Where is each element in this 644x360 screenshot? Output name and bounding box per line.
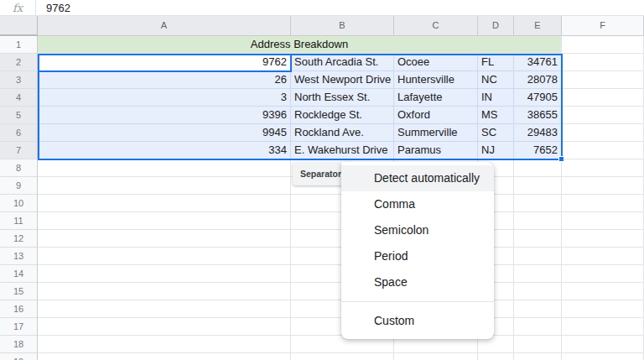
- cell-D4[interactable]: IN: [478, 89, 514, 107]
- menu-item-comma[interactable]: Comma: [341, 191, 494, 217]
- cell-A13[interactable]: [38, 248, 291, 265]
- cell-B4[interactable]: North Essex St.: [291, 89, 394, 107]
- cell-C4[interactable]: Lafayette: [394, 89, 478, 107]
- cell-A15[interactable]: [38, 283, 291, 300]
- cell-E4[interactable]: 47905: [514, 89, 562, 107]
- cell-A17[interactable]: [38, 318, 291, 336]
- cell-B3[interactable]: West Newport Drive: [291, 71, 394, 89]
- cell-F12[interactable]: [562, 230, 644, 248]
- cell-E8[interactable]: [514, 159, 562, 177]
- cell-E15[interactable]: [514, 283, 562, 300]
- cell-C7[interactable]: Paramus: [394, 142, 478, 159]
- cell-D6[interactable]: SC: [478, 124, 514, 142]
- column-header-f[interactable]: F: [562, 16, 644, 36]
- row-header-2[interactable]: 2: [0, 54, 38, 71]
- cell-E6[interactable]: 29483: [514, 124, 562, 142]
- cell-F8[interactable]: [562, 159, 644, 177]
- cell-C5[interactable]: Oxford: [394, 107, 478, 124]
- cell-A6[interactable]: 9945: [38, 124, 291, 142]
- menu-item-space[interactable]: Space: [341, 269, 494, 295]
- cell-C3[interactable]: Huntersville: [394, 71, 478, 89]
- cell-E2[interactable]: 34761: [514, 54, 562, 71]
- column-header-b[interactable]: B: [291, 16, 394, 36]
- row-header-16[interactable]: 16: [0, 300, 38, 318]
- cell-F2[interactable]: [562, 54, 644, 71]
- cell-A10[interactable]: [38, 195, 291, 212]
- cell-F15[interactable]: [562, 283, 644, 300]
- cell-F6[interactable]: [562, 124, 644, 142]
- cell-A11[interactable]: [38, 212, 291, 230]
- cell-C2[interactable]: Ocoee: [394, 54, 478, 71]
- menu-item-custom[interactable]: Custom: [341, 308, 494, 334]
- menu-item-period[interactable]: Period: [341, 243, 494, 269]
- menu-item-detect-automatically[interactable]: Detect automatically: [341, 165, 494, 191]
- cell-A19[interactable]: [38, 353, 291, 360]
- cell-E13[interactable]: [514, 248, 562, 265]
- row-header-19[interactable]: 19: [0, 353, 38, 360]
- cell-F19[interactable]: [562, 353, 644, 360]
- cell-E3[interactable]: 28078: [514, 71, 562, 89]
- row-header-5[interactable]: 5: [0, 107, 38, 124]
- merged-title-cell[interactable]: Address Breakdown: [38, 36, 562, 54]
- cell-A9[interactable]: [38, 177, 291, 195]
- row-header-8[interactable]: 8: [0, 159, 38, 177]
- cell-C6[interactable]: Summerville: [394, 124, 478, 142]
- row-header-7[interactable]: 7: [0, 142, 38, 159]
- row-header-18[interactable]: 18: [0, 336, 38, 353]
- cell-B19[interactable]: [291, 353, 394, 360]
- cell-D7[interactable]: NJ: [478, 142, 514, 159]
- cell-F9[interactable]: [562, 177, 644, 195]
- cell-E12[interactable]: [514, 230, 562, 248]
- column-header-a[interactable]: A: [38, 16, 291, 36]
- cell-E10[interactable]: [514, 195, 562, 212]
- cell-F17[interactable]: [562, 318, 644, 336]
- cell-F5[interactable]: [562, 107, 644, 124]
- row-header-6[interactable]: 6: [0, 124, 38, 142]
- cell-F18[interactable]: [562, 336, 644, 353]
- column-header-d[interactable]: D: [478, 16, 514, 36]
- row-header-3[interactable]: 3: [0, 71, 38, 89]
- cell-D19[interactable]: [478, 353, 514, 360]
- cell-B5[interactable]: Rockledge St.: [291, 107, 394, 124]
- cell-A16[interactable]: [38, 300, 291, 318]
- cell-A12[interactable]: [38, 230, 291, 248]
- row-header-12[interactable]: 12: [0, 230, 38, 248]
- cell-A3[interactable]: 26: [38, 71, 291, 89]
- cell-B2[interactable]: South Arcadia St.: [291, 54, 394, 71]
- cell-A7[interactable]: 334: [38, 142, 291, 159]
- cell-E14[interactable]: [514, 265, 562, 283]
- cell-E18[interactable]: [514, 336, 562, 353]
- cell-E11[interactable]: [514, 212, 562, 230]
- cell-A4[interactable]: 3: [38, 89, 291, 107]
- cell-E7[interactable]: 7652: [514, 142, 562, 159]
- cell-B6[interactable]: Rockland Ave.: [291, 124, 394, 142]
- row-header-9[interactable]: 9: [0, 177, 38, 195]
- column-header-e[interactable]: E: [514, 16, 562, 36]
- cell-E5[interactable]: 38655: [514, 107, 562, 124]
- cell-D3[interactable]: NC: [478, 71, 514, 89]
- cell-F4[interactable]: [562, 89, 644, 107]
- row-header-15[interactable]: 15: [0, 283, 38, 300]
- row-header-1[interactable]: 1: [0, 36, 38, 54]
- cell-E16[interactable]: [514, 300, 562, 318]
- cell-B7[interactable]: E. Wakehurst Drive: [291, 142, 394, 159]
- cell-E9[interactable]: [514, 177, 562, 195]
- formula-input[interactable]: 9762: [36, 2, 70, 14]
- cell-D2[interactable]: FL: [478, 54, 514, 71]
- row-header-17[interactable]: 17: [0, 318, 38, 336]
- cell-D5[interactable]: MS: [478, 107, 514, 124]
- row-header-13[interactable]: 13: [0, 248, 38, 265]
- cell-F13[interactable]: [562, 248, 644, 265]
- cell-A5[interactable]: 9396: [38, 107, 291, 124]
- cell-C19[interactable]: [394, 353, 478, 360]
- cell-A8[interactable]: [38, 159, 291, 177]
- cell-E17[interactable]: [514, 318, 562, 336]
- fill-handle[interactable]: [558, 156, 564, 162]
- cell-A18[interactable]: [38, 336, 291, 353]
- cell-F10[interactable]: [562, 195, 644, 212]
- cell-F11[interactable]: [562, 212, 644, 230]
- cell-E19[interactable]: [514, 353, 562, 360]
- cell-A14[interactable]: [38, 265, 291, 283]
- row-header-11[interactable]: 11: [0, 212, 38, 230]
- cell-F1[interactable]: [562, 36, 644, 54]
